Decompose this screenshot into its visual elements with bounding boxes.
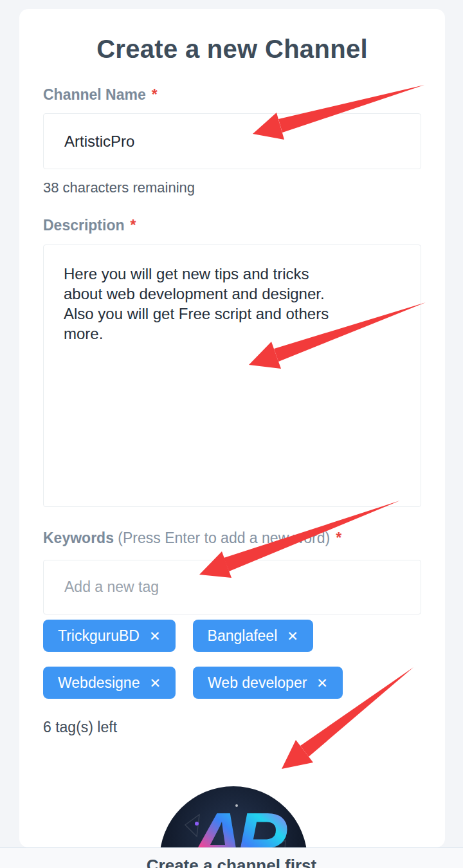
tags-left-text: 6 tag(s) left [43,719,421,736]
required-asterisk: * [131,217,136,234]
required-asterisk: * [152,86,158,103]
channel-name-label: Channel Name* [43,86,421,104]
characters-remaining-text: 38 characters remaining [43,180,421,196]
channel-name-label-text: Channel Name [43,86,146,103]
description-label-text: Description [43,217,125,234]
tag-chip: Banglafeel ✕ [193,620,313,652]
tag-remove-icon[interactable]: ✕ [149,629,161,643]
bottom-section: Create a channel first [0,847,463,868]
tag-label: Web developer [208,674,307,692]
tag-label: TrickguruBD [58,627,140,645]
keywords-hint-text: (Press Enter to add a new word) [118,530,330,546]
description-label: Description* [43,216,421,234]
next-section-heading: Create a channel first [0,856,463,868]
tag-remove-icon[interactable]: ✕ [149,676,161,690]
tag-chip: TrickguruBD ✕ [43,620,176,652]
create-channel-card: Create a new Channel Channel Name* 38 ch… [19,9,445,847]
keywords-label: Keywords (Press Enter to add a new word)… [43,529,421,547]
tag-label: Webdesigne [58,674,140,692]
description-textarea[interactable]: Here you will get new tips and tricks ab… [43,245,421,507]
tag-chip: Web developer ✕ [193,667,343,699]
tag-input[interactable] [43,560,421,614]
tag-label: Banglafeel [208,627,278,645]
keywords-label-text: Keywords [43,530,114,546]
page-title: Create a new Channel [43,9,421,64]
tag-list: TrickguruBD ✕ Banglafeel ✕ Webdesigne ✕ … [43,620,421,699]
tag-remove-icon[interactable]: ✕ [316,676,328,690]
tag-remove-icon[interactable]: ✕ [287,629,298,643]
channel-name-input[interactable] [43,113,421,169]
required-asterisk: * [336,530,341,546]
tag-chip: Webdesigne ✕ [43,667,176,699]
